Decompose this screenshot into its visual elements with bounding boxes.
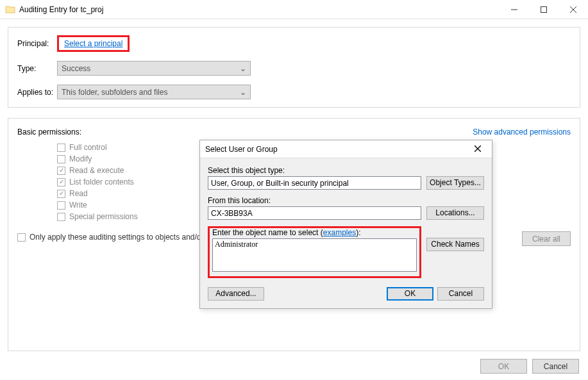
permission-label: Modify — [69, 154, 92, 163]
examples-link[interactable]: examples — [323, 228, 356, 237]
location-label: From this location: — [208, 196, 484, 205]
principal-group: Principal: Select a principal Type: Succ… — [8, 27, 580, 108]
type-value: Success — [62, 64, 90, 73]
locations-button[interactable]: Locations... — [426, 206, 484, 220]
chevron-down-icon: ⌄ — [240, 64, 246, 73]
permission-label: Read — [69, 189, 88, 198]
object-name-input[interactable] — [212, 238, 417, 272]
permission-label: Full control — [69, 143, 107, 152]
permission-label: List folder contents — [69, 178, 134, 186]
folder-icon — [5, 4, 15, 15]
select-principal-highlight: Select a principal — [57, 35, 130, 52]
location-field: CX-3BB93A — [208, 206, 421, 220]
svg-rect-1 — [541, 6, 547, 12]
principal-label: Principal: — [17, 39, 57, 48]
titlebar: Auditing Entry for tc_proj — [0, 0, 588, 19]
enter-name-label: Enter the object name to select (example… — [212, 228, 417, 237]
type-dropdown[interactable]: Success ⌄ — [57, 61, 251, 76]
modal-ok-button[interactable]: OK — [387, 287, 433, 301]
select-user-dialog: Select User or Group Select this object … — [199, 140, 492, 309]
permission-checkbox[interactable] — [57, 178, 65, 186]
permission-checkbox[interactable] — [57, 155, 65, 163]
advanced-button[interactable]: Advanced... — [208, 287, 264, 301]
minimize-button[interactable] — [500, 0, 529, 19]
permission-checkbox[interactable] — [57, 190, 65, 198]
cancel-button[interactable]: Cancel — [532, 359, 579, 374]
type-label: Type: — [17, 64, 57, 73]
select-principal-link[interactable]: Select a principal — [64, 39, 122, 48]
object-type-field: User, Group, or Built-in security princi… — [208, 176, 421, 190]
modal-cancel-button[interactable]: Cancel — [437, 287, 484, 301]
check-names-button[interactable]: Check Names — [426, 238, 484, 251]
modal-title: Select User or Group — [205, 145, 469, 154]
maximize-button[interactable] — [529, 0, 559, 19]
window-title: Auditing Entry for tc_proj — [19, 5, 500, 14]
show-advanced-link[interactable]: Show advanced permissions — [473, 128, 571, 136]
chevron-down-icon: ⌄ — [240, 88, 246, 97]
ok-button[interactable]: OK — [480, 359, 527, 374]
permission-checkbox[interactable] — [57, 201, 65, 210]
appliesto-value: This folder, subfolders and files — [62, 88, 167, 97]
only-apply-checkbox[interactable] — [17, 233, 26, 242]
object-name-highlight: Enter the object name to select (example… — [208, 226, 421, 278]
appliesto-label: Applies to: — [17, 88, 57, 97]
close-button[interactable] — [559, 0, 588, 19]
only-apply-label: Only apply these auditing settings to ob… — [29, 233, 204, 242]
permission-checkbox[interactable] — [57, 213, 65, 221]
permission-checkbox[interactable] — [57, 167, 65, 175]
permission-label: Special permissions — [69, 212, 138, 221]
permissions-title: Basic permissions: — [17, 128, 81, 136]
object-types-button[interactable]: Object Types... — [426, 176, 484, 190]
dialog-buttons: OK Cancel — [480, 359, 579, 374]
permission-checkbox[interactable] — [57, 144, 65, 152]
permission-label: Write — [69, 201, 87, 210]
object-type-label: Select this object type: — [208, 166, 484, 175]
modal-close-button[interactable] — [469, 145, 487, 154]
appliesto-dropdown[interactable]: This folder, subfolders and files ⌄ — [57, 85, 251, 99]
permission-label: Read & execute — [69, 166, 124, 175]
clear-all-button[interactable]: Clear all — [522, 231, 571, 246]
